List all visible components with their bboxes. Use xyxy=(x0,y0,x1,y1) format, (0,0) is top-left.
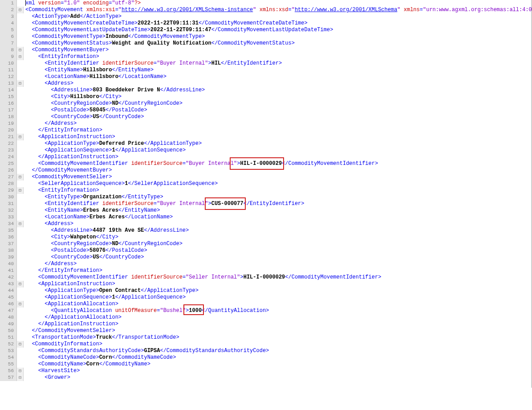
code-line[interactable]: 50 </CommodityMovementSeller> xyxy=(0,328,532,334)
line-number: 17 xyxy=(0,107,17,114)
code-line[interactable]: 22 <ApplicationType>Deferred Price</Appl… xyxy=(0,140,532,147)
code-content: <QuantityAllocation unitOfMeasure="Bushe… xyxy=(24,308,269,314)
code-line[interactable]: 38 <PostalCode>58076</PostalCode> xyxy=(0,247,532,254)
code-line[interactable]: 43⊟ <ApplicationInstruction> xyxy=(0,281,532,287)
fold-gutter[interactable]: ⊟ xyxy=(17,7,24,13)
fold-gutter[interactable]: ⊟ xyxy=(17,301,24,308)
code-line[interactable]: 46⊟ <ApplicationAllocation> xyxy=(0,301,532,308)
code-line[interactable]: 30 <EntityType>Organization</EntityType> xyxy=(0,194,532,201)
code-line[interactable]: 26 </CommodityMovementBuyer> xyxy=(0,167,532,174)
code-content: <SellerApplicationSequence>1</SellerAppl… xyxy=(24,180,218,187)
fold-gutter[interactable]: ⊟ xyxy=(17,80,24,87)
line-number: 26 xyxy=(0,167,17,174)
code-line[interactable]: 4 <CommodityMovementCreateDateTime>2022-… xyxy=(0,20,532,27)
code-line[interactable]: 8⊟ <CommodityMovementBuyer> xyxy=(0,47,532,53)
code-line[interactable]: 53 <CommodityStandardsAuthorityCode>GIPS… xyxy=(0,348,532,354)
code-line[interactable]: 27⊟ <CommodityMovementSeller> xyxy=(0,174,532,180)
code-line[interactable]: 10 <EntityIdentifier identifierSource="B… xyxy=(0,60,532,67)
code-editor[interactable]: 1xml version="1.0" encoding="utf-8"?>2⊟<… xyxy=(0,0,532,388)
code-line[interactable]: 56⊟ <HarvestSite> xyxy=(0,368,532,374)
code-line[interactable]: 12 <LocationName>Hillsboro</LocationName… xyxy=(0,74,532,80)
code-line[interactable]: 36 <City>Wahpeton</City> xyxy=(0,234,532,241)
line-number: 20 xyxy=(0,127,17,134)
line-number: 49 xyxy=(0,321,17,328)
code-line[interactable]: 32 <EntityName>Erbes Acres</EntityName> xyxy=(0,207,532,214)
code-content: <CountryRegionCode>ND</CountryRegionCode… xyxy=(24,100,183,107)
code-content: <CommodityNameCode>Corn</CommodityNameCo… xyxy=(24,354,176,361)
code-line[interactable]: 54 <CommodityNameCode>Corn</CommodityNam… xyxy=(0,354,532,361)
code-line[interactable]: 7 <CommodityMovementStatus>Weight and Qu… xyxy=(0,40,532,47)
code-content: <EntityIdentifier identifierSource="Buye… xyxy=(24,201,305,207)
code-line[interactable]: 47 <QuantityAllocation unitOfMeasure="Bu… xyxy=(0,308,532,314)
code-line[interactable]: 34⊟ <Address> xyxy=(0,221,532,227)
code-content: <EntityIdentifier identifierSource="Buye… xyxy=(24,60,282,67)
code-content: <CommodityMovementSeller> xyxy=(24,174,112,180)
code-line[interactable]: 13⊟ <Address> xyxy=(0,80,532,87)
code-line[interactable]: 23 <ApplicationSequence>1</ApplicationSe… xyxy=(0,147,532,154)
code-line[interactable]: 19 </Address> xyxy=(0,120,532,127)
code-line[interactable]: 49 </ApplicationInstruction> xyxy=(0,321,532,328)
code-line[interactable]: 51 <TransportationMode>Truck</Transporta… xyxy=(0,334,532,341)
code-line[interactable]: 18 <CountryCode>US</CountryCode> xyxy=(0,114,532,120)
code-content: <PostalCode>58076</PostalCode> xyxy=(24,247,147,254)
code-line[interactable]: 11 <EntityName>Hillsboro</EntityName> xyxy=(0,67,532,74)
code-line[interactable]: 6 <CommodityMovementType>Inbound</Commod… xyxy=(0,33,532,40)
code-line[interactable]: 57⊟ <Grower> xyxy=(0,374,532,381)
code-line[interactable]: 39 <CountryCode>US</CountryCode> xyxy=(0,254,532,261)
line-number: 33 xyxy=(0,214,17,221)
fold-gutter[interactable]: ⊟ xyxy=(17,47,24,53)
code-content: <CommodityName>Corn</CommodityName> xyxy=(24,361,150,368)
code-line[interactable]: 28 <SellerApplicationSequence>1</SellerA… xyxy=(0,180,532,187)
code-line[interactable]: 35 <AddressLine>4487 19th Ave SE</Addres… xyxy=(0,227,532,234)
code-line[interactable]: 3 <ActionType>Add</ActionType> xyxy=(0,13,532,20)
line-number: 1 xyxy=(0,0,17,7)
line-number: 9 xyxy=(0,53,17,60)
line-number: 34 xyxy=(0,221,17,227)
code-line[interactable]: 17 <PostalCode>58045</PostalCode> xyxy=(0,107,532,114)
line-number: 11 xyxy=(0,67,17,74)
code-line[interactable]: 16 <CountryRegionCode>ND</CountryRegionC… xyxy=(0,100,532,107)
code-line[interactable]: 48 </ApplicationAllocation> xyxy=(0,314,532,321)
code-line[interactable]: 24 </ApplicationInstruction> xyxy=(0,154,532,160)
code-line[interactable]: 14 <AddressLine>803 Boeddeker Drive N</A… xyxy=(0,87,532,94)
code-line[interactable]: 31 <EntityIdentifier identifierSource="B… xyxy=(0,201,532,207)
fold-gutter[interactable]: ⊟ xyxy=(17,187,24,194)
code-line[interactable]: 37 <CountryRegionCode>ND</CountryRegionC… xyxy=(0,241,532,247)
code-line[interactable]: 41 </EntityInformation> xyxy=(0,267,532,274)
fold-gutter[interactable]: ⊟ xyxy=(17,174,24,180)
code-line[interactable]: 21⊟ <ApplicationInstruction> xyxy=(0,134,532,140)
code-line[interactable]: 2⊟<CommodityMovement xmlns:xsi="http://w… xyxy=(0,7,532,13)
code-line[interactable]: 52⊟ <CommodityInformation> xyxy=(0,341,532,348)
code-line[interactable]: 25 <CommodityMovementIdentifier identifi… xyxy=(0,160,532,167)
code-line[interactable]: 29⊟ <EntityInformation> xyxy=(0,187,532,194)
fold-gutter[interactable]: ⊟ xyxy=(17,281,24,287)
code-line[interactable]: 20 </EntityInformation> xyxy=(0,127,532,134)
fold-gutter[interactable]: ⊟ xyxy=(17,221,24,227)
code-content: </ApplicationInstruction> xyxy=(24,321,118,328)
line-number: 39 xyxy=(0,254,17,261)
code-content: </ApplicationInstruction> xyxy=(24,154,118,160)
code-line[interactable]: 15 <City>Hillsboro</City> xyxy=(0,94,532,100)
fold-gutter[interactable]: ⊟ xyxy=(17,368,24,374)
line-number: 7 xyxy=(0,40,17,47)
code-line[interactable]: 9⊟ <EntityInformation> xyxy=(0,53,532,60)
code-content: </CommodityMovementBuyer> xyxy=(24,167,112,174)
fold-gutter[interactable]: ⊟ xyxy=(17,374,24,381)
fold-gutter[interactable]: ⊟ xyxy=(17,134,24,140)
code-line[interactable]: 1xml version="1.0" encoding="utf-8"?> xyxy=(0,0,532,7)
code-line[interactable]: 42 <CommodityMovementIdentifier identifi… xyxy=(0,274,532,281)
code-line[interactable]: 45 <ApplicationSequence>1</ApplicationSe… xyxy=(0,294,532,301)
code-line[interactable]: 40 </Address> xyxy=(0,261,532,267)
code-line[interactable]: 44 <ApplicationType>Open Contract</Appli… xyxy=(0,287,532,294)
line-number: 25 xyxy=(0,160,17,167)
fold-gutter[interactable]: ⊟ xyxy=(17,341,24,348)
code-line[interactable]: 5 <CommodityMovementLastUpdateDateTime>2… xyxy=(0,27,532,33)
code-content: <ApplicationInstruction> xyxy=(24,134,115,140)
code-content: <EntityName>Hillsboro</EntityName> xyxy=(24,67,154,74)
code-line[interactable]: 55 <CommodityName>Corn</CommodityName> xyxy=(0,361,532,368)
fold-gutter[interactable]: ⊟ xyxy=(17,53,24,60)
code-content: xml version="1.0" encoding="utf-8"?> xyxy=(24,0,141,7)
line-number: 12 xyxy=(0,74,17,80)
code-content: <AddressLine>803 Boeddeker Drive N</Addr… xyxy=(24,87,205,94)
code-line[interactable]: 33 <LocationName>Erbes Acres</LocationNa… xyxy=(0,214,532,221)
